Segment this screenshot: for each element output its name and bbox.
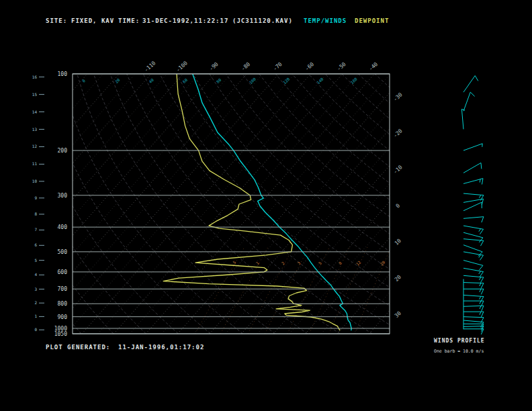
svg-text:8: 8 bbox=[34, 212, 37, 216]
svg-text:8: 8 bbox=[338, 261, 343, 266]
svg-text:80: 80 bbox=[215, 77, 222, 84]
svg-text:5: 5 bbox=[34, 258, 37, 263]
legend-dewpoint: DEWPOINT bbox=[355, 17, 389, 24]
svg-text:20: 20 bbox=[394, 274, 402, 283]
svg-text:6: 6 bbox=[34, 242, 37, 247]
svg-text:9: 9 bbox=[34, 195, 37, 200]
svg-text:700: 700 bbox=[58, 286, 68, 292]
svg-text:40: 40 bbox=[148, 77, 154, 84]
site-value: FIXED, KAV bbox=[71, 17, 114, 24]
winds-scale-note: One barb = 10.0 m/s bbox=[434, 349, 484, 354]
legend-temp-winds: TEMP/WINDS bbox=[304, 17, 347, 24]
svg-text:12: 12 bbox=[355, 259, 361, 266]
svg-text:20: 20 bbox=[114, 77, 121, 84]
svg-text:-90: -90 bbox=[208, 61, 220, 72]
svg-text:-70: -70 bbox=[272, 61, 283, 72]
svg-text:10: 10 bbox=[32, 179, 38, 183]
svg-text:10: 10 bbox=[394, 238, 402, 246]
time-value: 31-DEC-1992,11:22:17 bbox=[142, 17, 228, 24]
svg-text:3: 3 bbox=[296, 261, 302, 266]
svg-text:600: 600 bbox=[58, 269, 68, 275]
svg-text:14: 14 bbox=[32, 109, 38, 114]
svg-text:800: 800 bbox=[58, 301, 68, 307]
svg-text:500: 500 bbox=[58, 249, 68, 255]
svg-text:3: 3 bbox=[34, 287, 37, 291]
svg-text:1: 1 bbox=[34, 314, 37, 318]
skewt-screen: .512358122010020030040050060070080090010… bbox=[0, 0, 532, 411]
svg-text:15: 15 bbox=[32, 92, 38, 97]
svg-text:200: 200 bbox=[58, 148, 68, 154]
svg-text:20: 20 bbox=[379, 259, 386, 266]
svg-text:30: 30 bbox=[394, 310, 402, 319]
svg-text:16: 16 bbox=[32, 75, 38, 79]
site-label: SITE: bbox=[46, 17, 67, 24]
svg-text:11: 11 bbox=[32, 161, 38, 166]
svg-text:1050: 1050 bbox=[54, 331, 67, 337]
svg-text:-30: -30 bbox=[392, 91, 404, 102]
plot-generated-label: PLOT GENERATED: bbox=[46, 344, 110, 351]
svg-text:100: 100 bbox=[248, 77, 257, 85]
time-label: TIME: bbox=[118, 17, 140, 24]
svg-text:-60: -60 bbox=[304, 61, 315, 72]
svg-text:0: 0 bbox=[34, 327, 37, 332]
svg-text:100: 100 bbox=[58, 71, 68, 77]
svg-text:-80: -80 bbox=[240, 61, 251, 72]
svg-text:400: 400 bbox=[58, 224, 68, 230]
svg-text:900: 900 bbox=[58, 314, 68, 320]
plot-generated-value: 11-JAN-1996,01:17:02 bbox=[118, 344, 204, 351]
svg-text:160: 160 bbox=[349, 77, 358, 85]
winds-profile-title: WINDS PROFILE bbox=[434, 338, 485, 344]
svg-text:60: 60 bbox=[181, 77, 188, 84]
svg-text:0: 0 bbox=[395, 202, 402, 209]
svg-text:120: 120 bbox=[282, 77, 291, 85]
svg-text:-20: -20 bbox=[392, 128, 404, 138]
svg-text:300: 300 bbox=[58, 193, 68, 199]
svg-text:2: 2 bbox=[34, 300, 37, 305]
svg-text:0: 0 bbox=[81, 78, 87, 83]
svg-text:-40: -40 bbox=[367, 61, 379, 72]
svg-text:7: 7 bbox=[34, 227, 37, 232]
svg-text:-100: -100 bbox=[175, 60, 189, 73]
svg-text:140: 140 bbox=[316, 77, 324, 85]
svg-text:4: 4 bbox=[34, 272, 37, 277]
file-id: (JC311120.KAV) bbox=[232, 17, 293, 24]
svg-text:-110: -110 bbox=[143, 60, 157, 73]
svg-text:13: 13 bbox=[32, 127, 38, 132]
svg-text:-10: -10 bbox=[392, 164, 404, 175]
svg-text:12: 12 bbox=[32, 144, 38, 148]
svg-text:-50: -50 bbox=[336, 61, 347, 72]
svg-text:2: 2 bbox=[281, 261, 286, 266]
